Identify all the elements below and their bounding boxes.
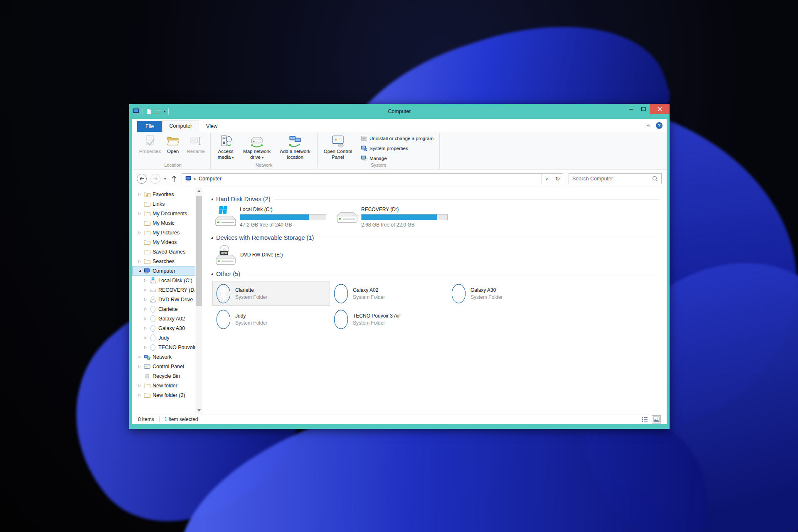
minimize-button[interactable]	[625, 104, 637, 114]
dvd-drive-tile[interactable]: DVD RW Drive (E:)	[215, 245, 660, 265]
device-tile-tecno-pouvoir-3-air[interactable]: TECNO Pouvoir 3 Air System Folder	[330, 307, 448, 332]
sidebar-item-my-documents[interactable]: ▷ My Documents	[132, 209, 195, 218]
tree-expander-icon[interactable]: ▷	[144, 278, 150, 282]
minimize-ribbon-icon[interactable]	[646, 124, 651, 127]
sidebar-item-dvd-rw-drive[interactable]: ▷ DVD RW Drive	[132, 295, 195, 304]
section-collapse-icon[interactable]	[211, 198, 213, 200]
breadcrumb-location[interactable]: Computer	[199, 176, 222, 182]
section-collapse-icon[interactable]	[211, 273, 213, 275]
tree-expander-icon[interactable]: ▷	[138, 192, 144, 196]
tree-expander-icon[interactable]: ▷	[138, 365, 144, 368]
tree-expander-icon[interactable]: ◢	[138, 269, 144, 273]
maximize-button[interactable]	[637, 104, 650, 114]
tree-expander-icon[interactable]: ▷	[144, 345, 150, 349]
device-tile-galaxy-a30[interactable]: Galaxy A30 System Folder	[448, 281, 565, 306]
sidebar-item-galaxy-a30[interactable]: ▷ Galaxy A30	[132, 323, 195, 333]
tree-expander-icon[interactable]: ▷	[138, 259, 144, 263]
access-media-button[interactable]: Access media ▾	[213, 133, 238, 162]
sidebar-item-my-music[interactable]: My Music	[132, 218, 195, 228]
manage-button[interactable]: Manage	[361, 154, 433, 162]
system-properties-button[interactable]: System properties	[361, 144, 433, 152]
tree-expander-icon[interactable]: ▷	[144, 317, 150, 320]
tree-expander-icon[interactable]: ▷	[138, 355, 144, 359]
section-header[interactable]: Hard Disk Drives (2)	[211, 196, 660, 202]
thumbnails-view-button[interactable]	[652, 415, 661, 424]
tree-expander-icon[interactable]: ▷	[144, 307, 150, 311]
open-control-panel-button[interactable]: Open Control Panel	[320, 133, 356, 162]
sidebar-item-my-videos[interactable]: My Videos	[132, 237, 195, 247]
qat-customize-caret-icon[interactable]: ▾	[164, 110, 166, 113]
sidebar-item-new-folder-2[interactable]: ▷ New folder (2)	[132, 390, 195, 400]
tree-expander-icon[interactable]: ▷	[144, 288, 150, 292]
sidebar-item-saved-games[interactable]: Saved Games	[132, 247, 195, 256]
sidebar-item-network[interactable]: ▷ Network	[132, 352, 195, 362]
sidebar-item-label: Galaxy A02	[158, 316, 185, 322]
device-tile-galaxy-a02[interactable]: Galaxy A02 System Folder	[330, 281, 448, 306]
drive-icon	[215, 206, 236, 226]
close-button[interactable]	[650, 104, 670, 114]
address-dropdown-button[interactable]: ∨	[541, 174, 552, 184]
up-button[interactable]	[170, 174, 179, 183]
section-header[interactable]: Devices with Removable Storage (1)	[211, 234, 660, 241]
breadcrumb[interactable]: ▸ Computer	[182, 175, 541, 182]
tree-expander-icon[interactable]: ▷	[138, 231, 144, 234]
section-header[interactable]: Other (5)	[211, 271, 660, 277]
system-item-label: Uninstall or change a program	[369, 136, 433, 141]
tab-computer[interactable]: Computer	[162, 121, 199, 132]
sidebar-item-control-panel[interactable]: ▷ Control Panel	[132, 362, 195, 371]
device-tile-judy[interactable]: Judy System Folder	[212, 307, 330, 332]
tree-expander-icon[interactable]: ▷	[144, 326, 150, 330]
search-icon[interactable]	[652, 176, 661, 182]
properties-button[interactable]: Properties	[138, 133, 162, 155]
sidebar-item-computer[interactable]: ◢ Computer	[132, 266, 195, 276]
qat-new-folder-icon[interactable]	[155, 108, 161, 115]
sidebar-item-local-disk-c[interactable]: ▷ Local Disk (C:)	[132, 276, 195, 285]
sidebar-item-links[interactable]: Links	[132, 199, 195, 209]
breadcrumb-arrow-icon[interactable]: ▸	[195, 177, 197, 181]
tree-expander-icon[interactable]: ▷	[144, 336, 150, 340]
forward-button[interactable]	[150, 173, 161, 184]
search-input[interactable]	[569, 176, 652, 182]
tree-expander-icon[interactable]: ▷	[138, 212, 144, 215]
add-network-location-button[interactable]: Add a network location	[276, 133, 315, 162]
back-button[interactable]	[136, 173, 147, 184]
tab-file[interactable]: File	[137, 121, 162, 132]
drive-tile-recovery-d[interactable]: RECOVERY (D:) 2.68 GB free of 22.0 GB	[336, 206, 448, 228]
rename-button[interactable]: Rename	[184, 133, 208, 155]
sidebar-item-judy[interactable]: ▷ Judy	[132, 333, 195, 342]
tree-expander-icon[interactable]: ▷	[144, 298, 150, 301]
titlebar[interactable]: ▾ Computer	[129, 104, 670, 119]
uninstall-or-change-a-program-button[interactable]: Uninstall or change a program	[361, 134, 433, 142]
section-collapse-icon[interactable]	[211, 237, 213, 239]
scroll-up-button[interactable]	[195, 187, 202, 195]
qat-properties-icon[interactable]	[145, 108, 152, 115]
sidebar-item-tecno-pouvoir-3-air[interactable]: ▷ TECNO Pouvoir 3 Air	[132, 342, 195, 352]
sidebar-item-searches[interactable]: ▷ Searches	[132, 256, 195, 266]
sidebar-item-new-folder[interactable]: ▷ New folder	[132, 381, 195, 390]
sidebar-item-my-pictures[interactable]: ▷ My Pictures	[132, 228, 195, 237]
open-button[interactable]: Open	[163, 133, 183, 155]
device-tile-clariette[interactable]: Clariette System Folder	[212, 281, 330, 306]
search-box[interactable]	[569, 173, 662, 184]
tree-expander-icon[interactable]: ▷	[138, 393, 144, 397]
address-bar[interactable]: ▸ Computer ∨ ↻	[182, 173, 563, 184]
map-network-drive-button[interactable]: Map network drive ▾	[239, 133, 275, 162]
ribbon-group-label-location: Location	[135, 163, 210, 170]
tab-view[interactable]: View	[199, 121, 224, 132]
tree-expander-icon[interactable]: ▷	[138, 384, 144, 387]
button-label: Map network drive	[243, 149, 271, 160]
section-hard-disk-drives: Hard Disk Drives (2) Local Disk (C:) 47.…	[211, 196, 660, 228]
scrollbar-thumb[interactable]	[196, 196, 202, 306]
sidebar-item-recovery-d[interactable]: ▷ RECOVERY (D:)	[132, 285, 195, 295]
sidebar-item-galaxy-a02[interactable]: ▷ Galaxy A02	[132, 314, 195, 323]
help-icon[interactable]: ?	[656, 122, 663, 129]
drive-tile-local-disk-c[interactable]: Local Disk (C:) 47.2 GB free of 240 GB	[215, 206, 326, 228]
recent-locations-caret-icon[interactable]: ▾	[164, 177, 166, 181]
sidebar-scrollbar[interactable]	[195, 187, 202, 414]
refresh-button[interactable]: ↻	[552, 174, 563, 184]
sidebar-item-favorites[interactable]: ▷ Favorites	[132, 190, 195, 199]
details-view-button[interactable]	[640, 415, 649, 424]
sidebar-item-recycle-bin[interactable]: Recycle Bin	[132, 371, 195, 381]
scroll-down-button[interactable]	[195, 407, 202, 414]
sidebar-item-clariette[interactable]: ▷ Clariette	[132, 304, 195, 314]
